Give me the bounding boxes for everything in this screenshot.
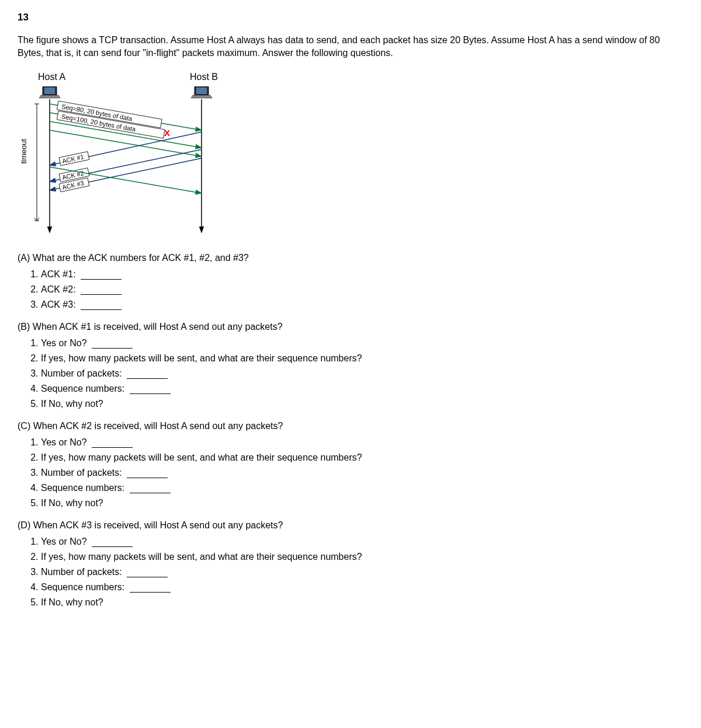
part-d-item: Sequence numbers: [41, 582, 683, 593]
part-b-heading: (B) When ACK #1 is received, will Host A… [18, 322, 683, 332]
part-d-item: If No, why not? [41, 597, 683, 608]
laptop-b-icon [191, 86, 212, 98]
blank-field[interactable] [130, 393, 171, 394]
lost-x: X [164, 128, 170, 138]
svg-rect-6 [196, 88, 207, 94]
svg-line-13 [37, 218, 39, 221]
part-c-item: Yes or No? [41, 437, 683, 448]
part-d-item: Yes or No? [41, 537, 683, 547]
part-a-item: ACK #2: [41, 284, 683, 295]
part-a-item: ACK #1: [41, 269, 683, 280]
blank-field[interactable] [127, 478, 168, 478]
part-a-item: ACK #3: [41, 299, 683, 310]
part-b-item: Yes or No? [41, 338, 683, 349]
part-c-heading: (C) When ACK #2 is received, will Host A… [18, 421, 683, 431]
part-b-item: If No, why not? [41, 399, 683, 409]
part-c-item: Number of packets: [41, 468, 683, 478]
blank-field[interactable] [92, 348, 133, 349]
part-d: (D) When ACK #3 is received, will Host A… [18, 520, 683, 608]
part-a: (A) What are the ACK numbers for ACK #1,… [18, 253, 683, 310]
svg-line-12 [34, 218, 37, 221]
blank-field[interactable] [130, 592, 171, 593]
blank-field[interactable] [127, 378, 168, 379]
svg-rect-4 [44, 88, 55, 94]
part-b-item: If yes, how many packets will be sent, a… [41, 353, 683, 364]
part-b: (B) When ACK #1 is received, will Host A… [18, 322, 683, 409]
host-b-label: Host B [190, 72, 218, 82]
part-b-item: Sequence numbers: [41, 384, 683, 394]
diagram-svg: X Seq=80, 20 bytes of data Seq=100, 20 b… [26, 86, 248, 238]
part-d-heading: (D) When ACK #3 is received, will Host A… [18, 520, 683, 531]
part-d-item: If yes, how many packets will be sent, a… [41, 552, 683, 562]
blank-field[interactable] [81, 309, 122, 310]
question-number: 13 [18, 12, 683, 23]
blank-field[interactable] [81, 294, 122, 295]
blank-field[interactable] [92, 546, 133, 547]
part-c: (C) When ACK #2 is received, will Host A… [18, 421, 683, 508]
part-a-heading: (A) What are the ACK numbers for ACK #1,… [18, 253, 683, 263]
part-d-item: Number of packets: [41, 567, 683, 577]
tcp-diagram: Host A Host B timeout [26, 72, 248, 235]
part-b-item: Number of packets: [41, 368, 683, 379]
blank-field[interactable] [127, 577, 168, 577]
part-c-item: If No, why not? [41, 498, 683, 508]
blank-field[interactable] [81, 279, 122, 280]
laptop-a-icon [39, 86, 60, 98]
intro-text: The figure shows a TCP transaction. Assu… [18, 34, 683, 60]
part-c-item: Sequence numbers: [41, 483, 683, 493]
part-c-item: If yes, how many packets will be sent, a… [41, 452, 683, 463]
blank-field[interactable] [92, 447, 133, 448]
blank-field[interactable] [130, 493, 171, 493]
host-a-label: Host A [38, 72, 65, 82]
